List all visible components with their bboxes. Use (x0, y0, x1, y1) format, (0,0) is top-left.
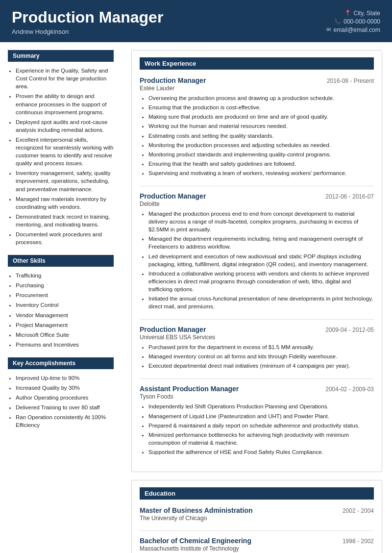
job-dates-1: 2016-08 - Present (327, 77, 374, 84)
education-label: Education (140, 487, 374, 500)
list-item: Estimating costs and setting the quality… (148, 132, 374, 140)
list-item: Initiated the annual cross-functional pr… (148, 295, 374, 310)
job-company-1: Estée Lauder (140, 85, 374, 92)
job-title-1: Production Manager (140, 76, 206, 84)
phone-icon: 📞 (334, 18, 341, 25)
job-dates-2: 2012-06 - 2016-07 (325, 193, 374, 200)
list-item: Vendor Management (16, 311, 114, 319)
degree-title-2: Bachelor of Chemical Engineering (140, 537, 251, 545)
divider (140, 530, 374, 531)
other-skills-label: Other Skills (8, 255, 114, 267)
job-block-1: Production Manager 2016-08 - Present Est… (140, 76, 374, 177)
list-item: Supervising and motivating a team of wor… (148, 169, 374, 177)
email-icon: ✉ (326, 26, 331, 33)
job-bullets-2: Managed the production process end to en… (140, 210, 374, 310)
list-item: Independently led Shift Operations Produ… (148, 402, 374, 410)
right-content: Work Experience Production Manager 2016-… (122, 42, 392, 553)
other-skills-list: Trafficking Purchasing Procurement Inven… (8, 272, 114, 349)
list-item: Overseeing the production process and dr… (148, 94, 374, 102)
contact-email: ✉ email@email.com (326, 26, 380, 33)
list-item: Monitoring product standards and impleme… (148, 151, 374, 158)
phone-number: 000-000-0000 (343, 18, 380, 25)
degree-dates-1: 2002 - 2004 (343, 507, 374, 514)
job-company-3: Universal EBS USA Services (140, 334, 374, 341)
main-layout: Summary Experience in the Quality, Safet… (0, 42, 392, 553)
divider (140, 186, 374, 186)
list-item: Author Operating procedures (16, 394, 114, 402)
job-block-2: Production Manager 2012-06 - 2016-07 Del… (140, 192, 374, 310)
page-title: Production Manager (12, 9, 163, 26)
list-item: Project Management (16, 321, 114, 329)
job-title-2: Production Manager (140, 192, 206, 200)
job-block-4: Assistant Production Manager 2004-02 - 2… (140, 385, 374, 456)
list-item: Led development and execution of new aud… (148, 252, 374, 268)
list-item: Premiums and Incentives (16, 341, 114, 349)
list-item: Trafficking (16, 272, 114, 279)
list-item: Ensuring that the health and safety guid… (148, 160, 374, 168)
job-company-2: Deloitte (140, 201, 374, 207)
list-item: Delivered Training to over 80 staff (16, 403, 114, 411)
work-experience-card: Work Experience Production Manager 2016-… (131, 50, 382, 472)
list-item: Prepared & maintained a daily report on … (148, 422, 374, 429)
school-name-1: The University of Chicago (140, 515, 374, 522)
job-block-3: Production Manager 2009-04 - 2012-05 Uni… (140, 326, 374, 370)
job-dates-3: 2009-04 - 2012-05 (325, 327, 374, 333)
email-address: email@email.com (333, 26, 380, 33)
list-item: Improved Up-time to 90% (16, 374, 114, 382)
list-item: Experience in the Quality, Safety and Co… (16, 67, 114, 90)
header-right: 📍 City, State 📞 000-000-0000 ✉ email@ema… (326, 10, 380, 35)
list-item: Introduced a collaborative working proce… (148, 270, 374, 293)
list-item: Procurement (16, 291, 114, 299)
job-company-4: Tyson Foods (140, 393, 374, 400)
header: Production Manager Andrew Hodgkinson 📍 C… (0, 0, 392, 42)
header-left: Production Manager Andrew Hodgkinson (12, 9, 163, 35)
list-item: Minimized performance bottlenecks for ac… (148, 431, 374, 447)
list-item: Executed departmental direct mail initia… (148, 362, 374, 370)
list-item: Monitoring the production processes and … (148, 141, 374, 149)
list-item: Demonstrated track record in training, m… (16, 213, 114, 228)
job-header-3: Production Manager 2009-04 - 2012-05 (140, 326, 374, 333)
job-dates-4: 2004-02 - 2009-03 (325, 386, 374, 393)
list-item: Managed raw materials inventory by coord… (16, 195, 114, 211)
other-skills-section: Other Skills Trafficking Purchasing Proc… (8, 255, 114, 349)
contact-location: 📍 City, State (326, 10, 380, 17)
list-item: Ensuring that the production is cost-eff… (148, 103, 374, 111)
location-icon: 📍 (344, 10, 351, 16)
list-item: Microsoft Office Suite (16, 331, 114, 339)
list-item: Deployed spot audits and root-cause anal… (16, 118, 114, 134)
summary-label: Summary (8, 50, 114, 62)
list-item: Ran Operation consistently At 100% Effic… (16, 413, 114, 429)
list-item: Inventory management, safety, quality im… (16, 169, 114, 193)
city-state: City, State (354, 10, 380, 17)
list-item: Excellent interpersonal skills, recogniz… (16, 136, 114, 167)
job-bullets-3: Purchased print for the department in ex… (140, 343, 374, 370)
list-item: Managed the production process end to en… (148, 210, 374, 233)
list-item: Increased Quality by 30% (16, 384, 114, 392)
summary-section: Summary Experience in the Quality, Safet… (8, 50, 114, 246)
job-title-3: Production Manager (140, 326, 206, 333)
degree-dates-2: 1998 - 2002 (343, 538, 374, 545)
job-bullets-4: Independently led Shift Operations Produ… (140, 402, 374, 456)
education-header-1: Master of Business Administration 2002 -… (140, 506, 374, 514)
candidate-name: Andrew Hodgkinson (12, 28, 163, 35)
degree-title-1: Master of Business Administration (140, 506, 253, 514)
education-block-2: Bachelor of Chemical Engineering 1998 - … (140, 537, 374, 552)
list-item: Managed the department requirements incl… (148, 235, 374, 251)
job-header-2: Production Manager 2012-06 - 2016-07 (140, 192, 374, 200)
list-item: Inventory Control (16, 301, 114, 309)
list-item: Working out the human and material resou… (148, 122, 374, 130)
key-accomplishments-section: Key Accomplishments Improved Up-time to … (8, 357, 114, 429)
contact-phone: 📞 000-000-0000 (326, 18, 380, 25)
list-item: Purchased print for the department in ex… (148, 343, 374, 351)
list-item: Supported the adherence of HSE and Food … (148, 448, 374, 456)
education-header-2: Bachelor of Chemical Engineering 1998 - … (140, 537, 374, 545)
key-accomplishments-label: Key Accomplishments (8, 357, 114, 369)
divider (140, 378, 374, 379)
job-header-4: Assistant Production Manager 2004-02 - 2… (140, 385, 374, 393)
list-item: Proven the ability to design and enhance… (16, 92, 114, 116)
key-accomplishments-list: Improved Up-time to 90% Increased Qualit… (8, 374, 114, 429)
job-header-1: Production Manager 2016-08 - Present (140, 76, 374, 84)
job-title-4: Assistant Production Manager (140, 385, 239, 393)
list-item: Making sure that products are produced o… (148, 113, 374, 121)
education-block-1: Master of Business Administration 2002 -… (140, 506, 374, 522)
